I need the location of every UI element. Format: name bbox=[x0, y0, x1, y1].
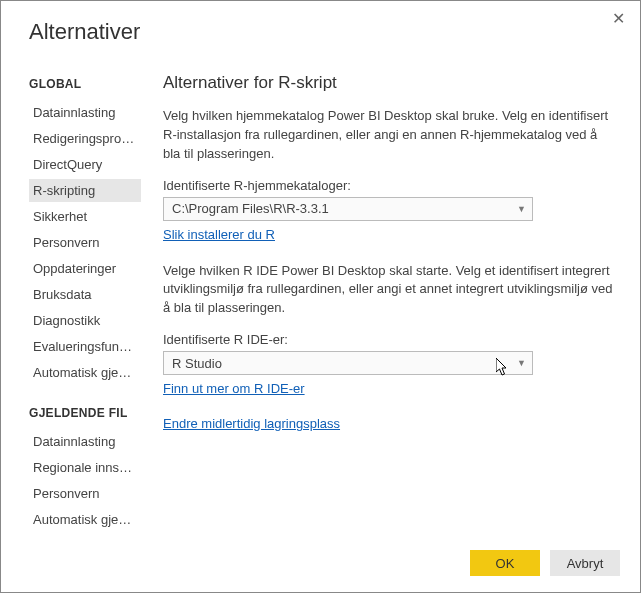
home-dir-select[interactable]: C:\Program Files\R\R-3.3.1 ▼ bbox=[163, 197, 533, 221]
ide-description: Velge hvilken R IDE Power BI Desktop ska… bbox=[163, 262, 618, 319]
temp-storage-link[interactable]: Endre midlertidig lagringsplass bbox=[163, 416, 340, 431]
dialog-title: Alternativer bbox=[1, 1, 640, 55]
home-dirs-label: Identifiserte R-hjemmekataloger: bbox=[163, 178, 618, 193]
sidebar-item-global-8[interactable]: Diagnostikk bbox=[29, 309, 141, 332]
sidebar-item-global-9[interactable]: Evalueringsfunksj… bbox=[29, 335, 141, 358]
sidebar-item-global-4[interactable]: Sikkerhet bbox=[29, 205, 141, 228]
cancel-button[interactable]: Avbryt bbox=[550, 550, 620, 576]
sidebar-item-global-7[interactable]: Bruksdata bbox=[29, 283, 141, 306]
chevron-down-icon: ▼ bbox=[517, 204, 526, 214]
sidebar-item-currentfile-1[interactable]: Regionale innstilli… bbox=[29, 456, 141, 479]
sidebar-item-global-6[interactable]: Oppdateringer bbox=[29, 257, 141, 280]
sidebar-item-global-3[interactable]: R-skripting bbox=[29, 179, 141, 202]
ok-button[interactable]: OK bbox=[470, 550, 540, 576]
home-dir-value: C:\Program Files\R\R-3.3.1 bbox=[172, 201, 329, 216]
sidebar-item-global-5[interactable]: Personvern bbox=[29, 231, 141, 254]
sidebar-item-global-0[interactable]: Datainnlasting bbox=[29, 101, 141, 124]
close-button[interactable]: ✕ bbox=[608, 9, 628, 29]
sidebar-item-global-2[interactable]: DirectQuery bbox=[29, 153, 141, 176]
sidebar-section-global: GLOBAL bbox=[29, 77, 141, 91]
ide-label: Identifiserte R IDE-er: bbox=[163, 332, 618, 347]
content-pane: Alternativer for R-skript Velg hvilken h… bbox=[141, 55, 640, 538]
install-r-link[interactable]: Slik installerer du R bbox=[163, 227, 275, 242]
content-title: Alternativer for R-skript bbox=[163, 73, 618, 93]
sidebar-item-global-10[interactable]: Automatisk gjeno… bbox=[29, 361, 141, 384]
cursor-icon bbox=[496, 358, 512, 378]
dialog-footer: OK Avbryt bbox=[1, 538, 640, 592]
ide-select[interactable]: R Studio ▼ bbox=[163, 351, 533, 375]
sidebar-item-currentfile-3[interactable]: Automatisk gjeno… bbox=[29, 508, 141, 531]
sidebar-section-current-file: GJELDENDE FIL bbox=[29, 406, 141, 420]
chevron-down-icon: ▼ bbox=[517, 358, 526, 368]
ide-value: R Studio bbox=[172, 356, 222, 371]
sidebar-item-currentfile-0[interactable]: Datainnlasting bbox=[29, 430, 141, 453]
sidebar-item-currentfile-2[interactable]: Personvern bbox=[29, 482, 141, 505]
home-description: Velg hvilken hjemmekatalog Power BI Desk… bbox=[163, 107, 618, 164]
ide-learn-more-link[interactable]: Finn ut mer om R IDE-er bbox=[163, 381, 305, 396]
sidebar: GLOBAL DatainnlastingRedigeringsprogr…Di… bbox=[1, 55, 141, 538]
sidebar-item-global-1[interactable]: Redigeringsprogr… bbox=[29, 127, 141, 150]
